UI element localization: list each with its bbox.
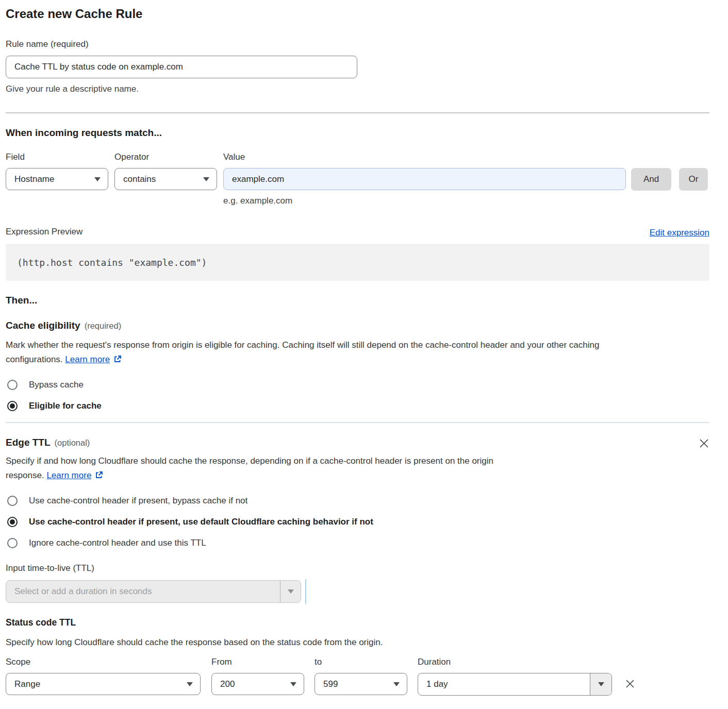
remove-status-code-row-button[interactable]: [624, 656, 636, 689]
learn-more-label: Learn more: [65, 354, 110, 364]
chevron-down-icon: [393, 682, 400, 686]
cache-eligibility-description: Mark whether the request's response from…: [6, 338, 630, 367]
optional-suffix: (optional): [55, 438, 90, 447]
or-button[interactable]: Or: [679, 168, 708, 191]
expression-preview-label: Expression Preview: [6, 226, 82, 238]
radio-label: Bypass cache: [29, 380, 84, 390]
page-title: Create new Cache Rule: [6, 6, 709, 22]
close-icon: [624, 678, 636, 689]
cache-eligibility-title: Cache eligibility: [6, 320, 80, 331]
rule-name-helper: Give your rule a descriptive name.: [6, 83, 709, 95]
create-cache-rule-form: Create new Cache Rule Rule name (require…: [0, 0, 728, 709]
radio-selected-icon: [7, 517, 18, 527]
external-link-icon: [113, 355, 122, 363]
from-label: From: [211, 656, 304, 668]
close-icon: [699, 438, 709, 449]
radio-unselected-icon: [7, 538, 18, 548]
chevron-down-icon: [288, 589, 294, 594]
dropdown-arrow-button[interactable]: [280, 581, 301, 602]
and-button[interactable]: And: [631, 168, 671, 191]
radio-use-cc-default[interactable]: Use cache-control header if present, use…: [6, 517, 709, 527]
operator-label: Operator: [114, 151, 217, 163]
dropdown-arrow-button[interactable]: [590, 673, 611, 695]
to-select-value: 599: [323, 679, 338, 689]
value-input[interactable]: [223, 168, 626, 190]
edge-ttl-title: Edge TTL: [6, 437, 51, 448]
ttl-duration-select[interactable]: Select or add a duration in seconds: [6, 580, 301, 603]
scope-select-value: Range: [14, 679, 40, 689]
value-label: Value: [223, 151, 626, 163]
ttl-duration-placeholder: Select or add a duration in seconds: [6, 581, 280, 602]
rule-name-label: Rule name (required): [6, 38, 709, 50]
expression-code-block: (http.host contains "example.com"): [6, 244, 709, 281]
field-select-value: Hostname: [14, 174, 54, 184]
section-divider: [6, 112, 709, 113]
duration-combobox[interactable]: 1 day: [418, 673, 612, 696]
to-select[interactable]: 599: [315, 673, 407, 695]
duration-value: 1 day: [418, 673, 590, 695]
learn-more-link[interactable]: Learn more: [65, 354, 122, 364]
radio-label: Use cache-control header if present, byp…: [29, 496, 247, 506]
ttl-input-label: Input time-to-live (TTL): [6, 563, 709, 573]
close-edge-ttl-button[interactable]: [699, 438, 709, 449]
edge-ttl-heading: Edge TTL(optional): [6, 437, 90, 448]
learn-more-link[interactable]: Learn more: [46, 470, 103, 480]
expression-code: (http.host contains "example.com"): [17, 257, 207, 268]
caret-indicator: [305, 579, 306, 604]
radio-unselected-icon: [7, 496, 18, 506]
radio-bypass-cache[interactable]: Bypass cache: [6, 380, 709, 390]
edge-ttl-description: Specify if and how long Cloudflare shoul…: [6, 454, 521, 483]
duration-label: Duration: [418, 656, 612, 668]
external-link-icon: [95, 471, 103, 479]
from-select-value: 200: [220, 679, 235, 689]
required-suffix: (required): [85, 321, 122, 330]
match-condition-row: Field Hostname Operator contains Value e…: [6, 151, 709, 207]
operator-select-value: contains: [123, 174, 156, 184]
operator-select[interactable]: contains: [114, 168, 217, 190]
status-code-ttl-row: Scope Range From 200 to 599 Duration 1 d…: [6, 656, 709, 696]
radio-label: Eligible for cache: [29, 401, 102, 411]
radio-use-cc-bypass[interactable]: Use cache-control header if present, byp…: [6, 496, 709, 506]
to-label: to: [315, 656, 407, 668]
field-label: Field: [6, 151, 108, 163]
chevron-down-icon: [94, 177, 101, 181]
radio-selected-icon: [7, 401, 18, 411]
then-heading: Then...: [6, 295, 709, 306]
chevron-down-icon: [187, 682, 193, 686]
radio-ignore-cc[interactable]: Ignore cache-control header and use this…: [6, 538, 709, 548]
scope-select[interactable]: Range: [6, 673, 201, 695]
from-select[interactable]: 200: [211, 673, 304, 695]
field-select[interactable]: Hostname: [6, 168, 108, 190]
scope-label: Scope: [6, 656, 201, 668]
chevron-down-icon: [290, 682, 296, 686]
chevron-down-icon: [203, 177, 209, 181]
status-code-ttl-heading: Status code TTL: [6, 617, 709, 628]
status-code-ttl-description: Specify how long Cloudflare should cache…: [6, 635, 709, 650]
radio-unselected-icon: [7, 380, 18, 390]
radio-eligible-for-cache[interactable]: Eligible for cache: [6, 401, 709, 411]
cache-eligibility-heading: Cache eligibility(required): [6, 320, 709, 331]
rule-name-input[interactable]: [6, 56, 357, 78]
edge-ttl-options: Use cache-control header if present, byp…: [6, 496, 709, 548]
cache-eligibility-options: Bypass cache Eligible for cache: [6, 380, 709, 411]
chevron-down-icon: [598, 682, 604, 686]
radio-label: Ignore cache-control header and use this…: [29, 538, 206, 548]
learn-more-label: Learn more: [46, 470, 91, 480]
value-helper: e.g. example.com: [223, 195, 626, 207]
edit-expression-link[interactable]: Edit expression: [650, 228, 709, 238]
match-heading: When incoming requests match...: [6, 127, 709, 139]
radio-label: Use cache-control header if present, use…: [29, 517, 373, 527]
